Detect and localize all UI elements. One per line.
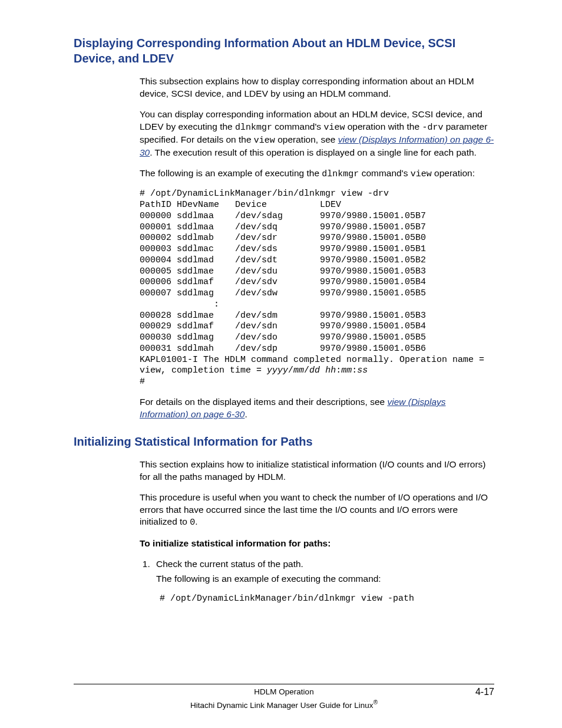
paragraph: You can display corresponding informatio… [140,108,494,159]
section-heading-1: Displaying Corresponding Information Abo… [74,35,494,66]
code-var: hh [325,365,336,375]
paragraph: This section explains how to initialize … [140,459,494,483]
paragraph: This subsection explains how to display … [140,75,494,100]
code-inline: dlnkmgr [322,169,359,179]
text: . [195,516,197,526]
text: Check the current status of the path. [156,559,303,569]
code-text: : [336,365,341,375]
code-var: yyyy [267,365,288,375]
paragraph: The following is an example of executing… [140,167,494,180]
code-inline: dlnkmgr [235,123,272,133]
code-text: # [140,377,145,387]
ordered-list: Check the current status of the path. Th… [140,558,494,605]
text: For details on the displayed items and t… [140,397,387,407]
code-inline: view [254,136,275,146]
code-inline: -drv [422,123,443,133]
section-heading-2: Initializing Statistical Information for… [74,434,494,449]
text: operation with the [345,121,422,131]
code-var: mm [293,365,304,375]
procedure-heading: To initialize statistical information fo… [140,538,494,550]
code-text: / [288,365,293,375]
code-inline: 0 [190,518,195,528]
code-block: # /opt/DynamicLinkManager/bin/dlnkmgr vi… [160,593,494,605]
list-item: Check the current status of the path. Th… [153,558,494,605]
text: . The execution result of this operation… [150,147,477,157]
paragraph: This procedure is useful when you want t… [140,492,494,529]
text: command's [272,121,323,131]
text: operation: [432,168,475,178]
code-var: ss [357,365,368,375]
code-inline: view [323,123,345,133]
code-inline: view [411,169,432,179]
text: The following is an example of executing… [156,573,494,585]
code-text: / [304,365,309,375]
text: The following is an example of executing… [140,168,322,178]
paragraph: For details on the displayed items and t… [140,396,494,421]
code-text: : [352,365,357,375]
text: . [244,409,247,419]
code-text: # /opt/DynamicLinkManager/bin/dlnkmgr vi… [140,189,490,375]
code-text [320,365,325,375]
text: command's [359,168,410,178]
code-var: mm [341,365,352,375]
text: operation, see [275,134,338,144]
code-var: dd [309,365,320,375]
code-block: # /opt/DynamicLinkManager/bin/dlnkmgr vi… [140,189,494,388]
